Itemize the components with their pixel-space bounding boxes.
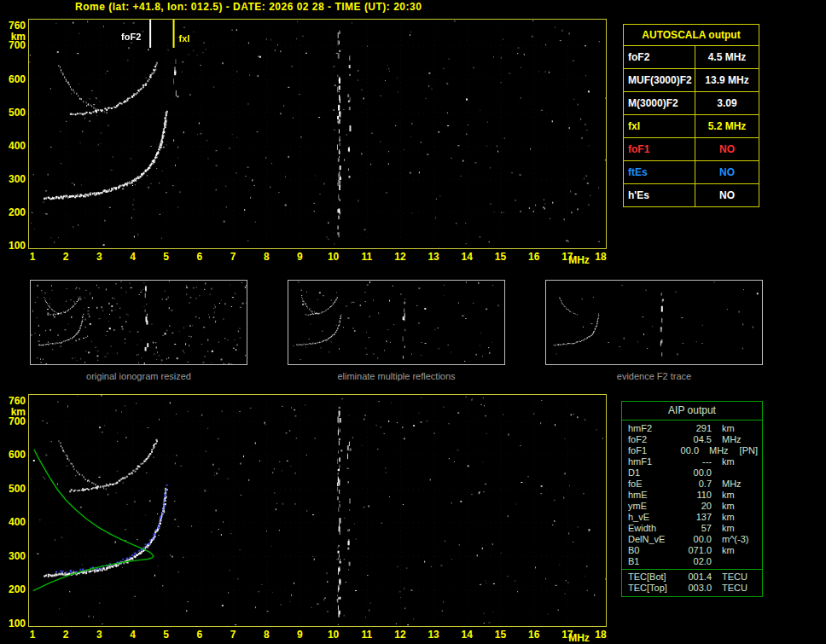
parameter-value: 3.09	[695, 92, 759, 114]
parameter-value: 20	[678, 501, 712, 512]
y-tick-label: 100	[3, 241, 26, 251]
thumbnail-original-canvas	[31, 281, 247, 364]
x-tick-label: 12	[394, 629, 405, 640]
parameter-label: Ewidth	[628, 523, 678, 534]
parameter-label: MUF(3000)F2	[624, 69, 695, 91]
y-axis-unit-label: km	[3, 407, 26, 417]
thumbnail-caption-original: original ionogram resized	[30, 371, 247, 381]
parameter-value: 291	[678, 423, 712, 434]
x-tick-label: 3	[96, 629, 102, 640]
x-axis-unit-label: MHz	[568, 633, 590, 643]
x-tick-label: 1	[30, 252, 36, 262]
ionogram-top-canvas	[29, 20, 606, 248]
x-tick-label: 12	[394, 252, 405, 262]
x-tick-label: 1	[30, 629, 36, 640]
parameter-label: hmF1	[628, 456, 678, 467]
x-tick-label: 15	[495, 629, 506, 640]
autoscala-table-title: AUTOSCALA output	[624, 25, 759, 45]
x-tick-label: 11	[361, 629, 372, 640]
autoscala-table-row: foF24.5 MHz	[624, 45, 759, 68]
y-tick-label: 400	[3, 517, 26, 527]
parameter-unit	[712, 556, 758, 567]
ionogram-bottom-canvas	[29, 395, 606, 626]
parameter-unit: km	[712, 456, 758, 467]
x-tick-label: 9	[297, 252, 303, 262]
parameter-label: hmF2	[628, 423, 678, 434]
thumbnail-eliminate-canvas	[288, 281, 504, 364]
annotation-fxi: fxI	[179, 33, 190, 44]
thumbnail-caption-eliminate: eliminate multiple reflections	[288, 371, 505, 381]
autoscala-output-table: AUTOSCALA output foF24.5 MHzMUF(3000)F21…	[623, 24, 759, 207]
x-tick-label: 14	[462, 252, 473, 262]
x-tick-label: 8	[264, 252, 270, 262]
aip-table-rows: hmF2291kmfoF204.5MHzfoF100.0MHz[PN]hmF1-…	[622, 421, 762, 569]
parameter-value: 02.0	[678, 556, 712, 567]
x-tick-label: 16	[528, 252, 539, 262]
thumbnail-caption-evidence: evidence F2 trace	[545, 371, 763, 381]
x-tick-label: 6	[197, 252, 203, 262]
autoscala-table-row: M(3000)F23.09	[624, 91, 759, 114]
parameter-label: D1	[628, 467, 678, 479]
y-tick-label: 100	[3, 618, 26, 629]
parameter-label: foF2	[628, 434, 678, 445]
x-tick-label: 18	[595, 629, 606, 640]
autoscala-app: Rome (lat: +41.8, lon: 012.5) - DATE: 20…	[0, 0, 826, 644]
aip-table-title: AIP output	[622, 402, 762, 421]
x-tick-label: 4	[130, 252, 136, 262]
aip-table-row: hmE110km	[622, 490, 762, 501]
x-tick-label: 5	[163, 629, 169, 640]
aip-table-row: D100.0	[622, 467, 762, 479]
parameter-value: 00.0	[678, 534, 712, 545]
x-tick-label: 13	[428, 252, 439, 262]
parameter-unit: km	[712, 490, 758, 501]
parameter-value: 4.5 MHz	[695, 46, 759, 68]
autoscala-table-row: fxI5.2 MHz	[624, 114, 759, 137]
parameter-label: foF1	[628, 445, 670, 456]
aip-table-row: foE0.7MHz	[622, 479, 762, 490]
parameter-label: B0	[628, 545, 678, 556]
aip-table-row: hmF2291km	[622, 423, 762, 434]
annotation-fof2: foF2	[121, 32, 141, 42]
autoscala-table-row: ftEsNO	[624, 160, 759, 183]
aip-table-row: TEC[Bot]001.4TECU	[622, 571, 762, 583]
parameter-value: 13.9 MHz	[695, 69, 759, 91]
aip-table-row: B102.0	[622, 556, 762, 567]
x-tick-label: 16	[528, 629, 539, 640]
x-tick-label: 3	[96, 252, 102, 262]
x-tick-label: 15	[495, 252, 506, 262]
autoscala-table-row: h'EsNO	[624, 183, 759, 206]
parameter-value: ---	[678, 456, 712, 467]
y-tick-label: 300	[3, 174, 26, 184]
x-tick-label: 10	[328, 629, 339, 640]
aip-table-tec-rows: TEC[Bot]001.4TECUTEC[Top]003.0TECU	[622, 569, 762, 596]
parameter-value: 0.7	[678, 479, 712, 490]
autoscala-table-rows: foF24.5 MHzMUF(3000)F213.9 MHzM(3000)F23…	[624, 45, 759, 206]
parameter-label: foE	[628, 479, 678, 490]
y-tick-label: 500	[3, 484, 26, 494]
aip-table-row: B0071.0km	[622, 545, 762, 556]
x-tick-label: 8	[264, 629, 270, 640]
parameter-label: h'Es	[624, 184, 695, 206]
thumbnail-evidence-f2	[545, 280, 763, 365]
parameter-label: B1	[628, 556, 678, 567]
parameter-value: 57	[678, 523, 712, 534]
parameter-label: hmE	[628, 490, 678, 501]
y-axis-unit-label: km	[3, 32, 26, 42]
autoscala-table-row: MUF(3000)F213.9 MHz	[624, 68, 759, 91]
aip-table-row: DelN_vE00.0m^(-3)	[622, 534, 762, 545]
parameter-unit: km	[712, 523, 758, 534]
y-tick-label: 400	[3, 141, 26, 151]
parameter-value: 003.0	[678, 583, 712, 594]
y-tick-label: 760	[3, 396, 26, 406]
parameter-value: 137	[678, 512, 712, 523]
page-title: Rome (lat: +41.8, lon: 012.5) - DATE: 20…	[75, 1, 422, 13]
parameter-label: ftEs	[624, 161, 695, 183]
x-tick-label: 4	[130, 629, 136, 640]
parameter-label: fxI	[624, 115, 695, 137]
thumbnail-original-ionogram	[30, 280, 247, 365]
parameter-unit: km	[712, 501, 758, 512]
y-tick-label: 500	[3, 107, 26, 118]
parameter-unit: MHz	[712, 479, 758, 490]
aip-table-row: hmF1---km	[622, 456, 762, 467]
aip-table-row: TEC[Top]003.0TECU	[622, 583, 762, 594]
